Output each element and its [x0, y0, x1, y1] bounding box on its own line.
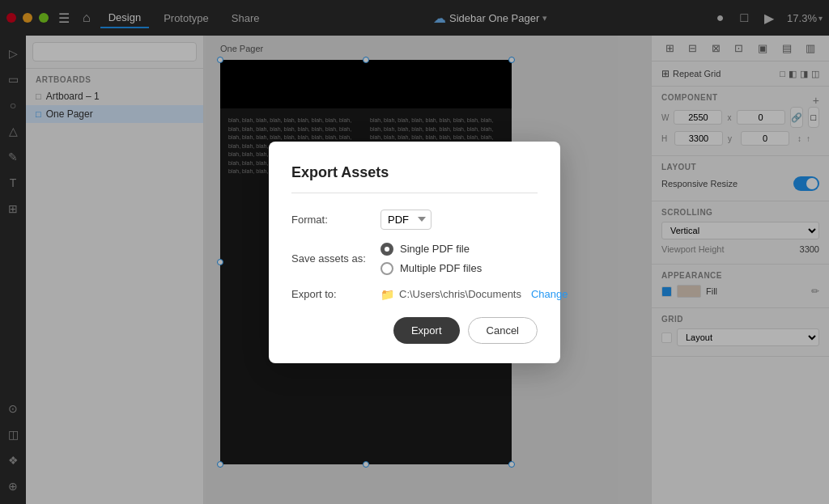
format-label: Format: — [291, 214, 380, 226]
format-select[interactable]: PDF PNG SVG JPG — [380, 210, 432, 230]
export-path-display: 📁 C:\Users\chris\Documents Change — [380, 288, 568, 301]
export-assets-modal: Export Assets Format: PDF PNG SVG JPG Sa… — [269, 142, 560, 363]
modal-title: Export Assets — [291, 164, 538, 193]
save-as-label: Save assets as: — [291, 252, 380, 265]
export-button[interactable]: Export — [393, 317, 460, 344]
multiple-pdf-label: Multiple PDF files — [400, 262, 482, 274]
save-as-row: Save assets as: Single PDF file Multiple… — [291, 243, 538, 275]
multiple-pdf-option[interactable]: Multiple PDF files — [380, 262, 482, 275]
single-pdf-option[interactable]: Single PDF file — [380, 243, 482, 256]
multiple-pdf-radio[interactable] — [380, 262, 393, 275]
export-to-row: Export to: 📁 C:\Users\chris\Documents Ch… — [291, 288, 538, 301]
modal-overlay[interactable]: Export Assets Format: PDF PNG SVG JPG Sa… — [0, 0, 829, 504]
cancel-button[interactable]: Cancel — [468, 317, 538, 344]
change-path-button[interactable]: Change — [531, 288, 568, 300]
single-pdf-label: Single PDF file — [400, 243, 470, 255]
format-select-wrapper: PDF PNG SVG JPG — [380, 210, 432, 230]
export-path-text: C:\Users\chris\Documents — [399, 288, 521, 300]
single-pdf-radio[interactable] — [380, 243, 393, 256]
format-row: Format: PDF PNG SVG JPG — [291, 210, 538, 230]
folder-icon: 📁 — [380, 288, 394, 301]
export-to-label: Export to: — [291, 288, 380, 300]
modal-actions: Export Cancel — [291, 317, 538, 344]
save-as-options: Single PDF file Multiple PDF files — [380, 243, 482, 275]
